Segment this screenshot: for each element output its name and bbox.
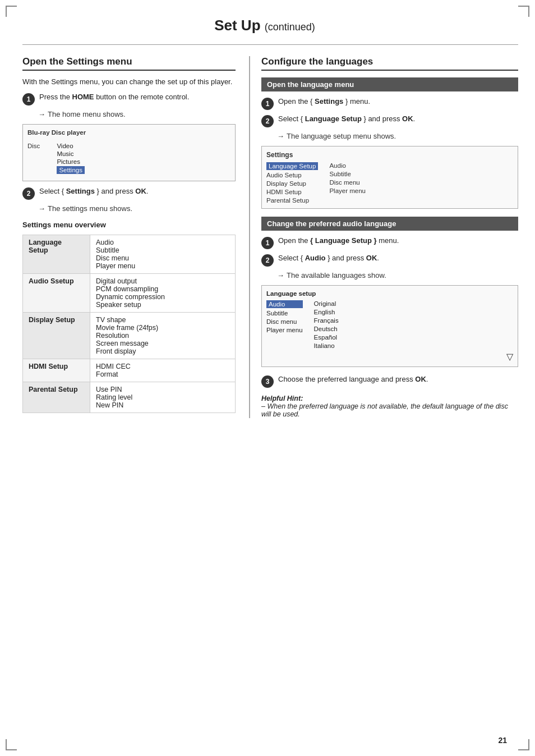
audio-label: Audio <box>305 254 326 262</box>
top-left-corner <box>6 6 17 17</box>
left-intro: With the Settings menu, you can change t… <box>22 77 236 86</box>
audio-step-1-number: 1 <box>261 237 274 249</box>
settings-menu-left: Language Setup Audio Setup Display Setup… <box>266 162 318 204</box>
bluray-title: Blu-ray Disc player <box>27 129 230 136</box>
right-step-2: 2 Select { Language Setup } and press OK… <box>261 114 518 127</box>
ok-label-3: OK <box>415 375 426 383</box>
table-cell-label: Audio Ssetup <box>23 274 90 313</box>
settings-menu-item-parental: Parental Setup <box>266 197 318 204</box>
audio-step-1: 1 Open the { Language Setup } menu. <box>261 236 518 249</box>
lang-setup-left: Audio Subtitle Disc menu Player menu <box>266 300 303 349</box>
table-cell-value: HDMI CECFormat <box>90 359 236 382</box>
lang-original: Original <box>314 300 339 307</box>
bluray-disc-item: Disc <box>27 143 40 174</box>
ok-label-2: OK <box>366 254 377 262</box>
ok-label-r: OK <box>402 114 413 123</box>
step-2-number: 2 <box>22 187 35 200</box>
table-row: HDMI Setup HDMI CECFormat <box>23 359 236 382</box>
bottom-left-corner <box>6 739 17 750</box>
home-button-label: HOME <box>72 93 94 101</box>
top-divider <box>22 44 518 45</box>
page-title: Set Up (continued) <box>22 17 518 34</box>
top-right-corner <box>518 6 529 17</box>
step-2-content: Select { Settings } and press OK. <box>39 187 236 195</box>
table-cell-label: LanguageSetup <box>23 235 90 274</box>
subsection1-heading: Open the language menu <box>261 77 518 91</box>
right-step-2-number: 2 <box>261 115 274 127</box>
title-main: Set Up <box>214 17 260 34</box>
two-column-layout: Open the Settings menu With the Settings… <box>22 56 518 418</box>
table-cell-value: TV shapeMovie frame (24fps)ResolutionScr… <box>90 313 236 359</box>
title-continued: (continued) <box>265 21 315 33</box>
table-row: Audio Ssetup Digital outputPCM downsampl… <box>23 274 236 313</box>
left-section-heading: Open the Settings menu <box>22 56 236 71</box>
lang-item-audio: Audio <box>266 300 303 308</box>
step-1-content: Press the HOME button on the remote cont… <box>39 93 236 101</box>
settings-overview-heading: Settings menu overview <box>22 221 236 229</box>
lang-deutsch: Deutsch <box>314 326 339 332</box>
step-2-result: The settings menu shows. <box>38 204 236 213</box>
table-cell-label: Parental Setup <box>23 382 90 413</box>
settings-menu-item-audio: Audio Setup <box>266 172 318 178</box>
language-setup-label: Language Setup <box>305 114 362 123</box>
right-step-2-content: Select { Language Setup } and press OK. <box>278 114 518 123</box>
settings-menu-audio: Audio <box>329 162 366 169</box>
lang-item-player: Player menu <box>266 327 303 333</box>
table-cell-value: Digital outputPCM downsamplingDynamic co… <box>90 274 236 313</box>
step-1-number: 1 <box>22 93 35 106</box>
table-cell-value: Use PINRating levelNew PIN <box>90 382 236 413</box>
audio-step-3-number: 3 <box>261 375 274 388</box>
table-cell-label: HDMI Setup <box>23 359 90 382</box>
language-setup-label-2: { Language Setup } <box>310 236 376 245</box>
bluray-video: Video <box>57 143 85 149</box>
settings-menu-screenshot: Settings Language Setup Audio Setup Disp… <box>261 146 518 209</box>
table-row: Display Setup TV shapeMovie frame (24fps… <box>23 313 236 359</box>
audio-step-2: 2 Select { Audio } and press OK. <box>261 254 518 267</box>
settings-menu-player: Player menu <box>329 187 366 194</box>
settings-menu-item-language: Language Setup <box>266 162 318 170</box>
right-step-1-content: Open the { Settings } menu. <box>278 97 518 106</box>
bluray-settings: Settings <box>57 166 85 174</box>
step-1: 1 Press the HOME button on the remote co… <box>22 93 236 106</box>
settings-table-body: LanguageSetup AudioSubtitleDisc menuPlay… <box>23 235 236 413</box>
step-1-result: The home menu shows. <box>38 110 236 118</box>
right-section-heading: Configure the languages <box>261 56 518 71</box>
settings-menu-right: Audio Subtitle Disc menu Player menu <box>329 162 366 204</box>
right-step-2-result: The language setup menu shows. <box>277 132 518 140</box>
lang-item-disc: Disc menu <box>266 318 303 325</box>
page-number: 21 <box>498 736 507 745</box>
bluray-screenshot: Blu-ray Disc player Disc Video Music Pic… <box>22 124 236 181</box>
right-column: Configure the languages Open the languag… <box>249 56 518 418</box>
lang-setup-title: Language setup <box>266 290 513 297</box>
lang-italiano: Italiano <box>314 342 339 349</box>
subsection2-heading: Change the preferred audio language <box>261 217 518 231</box>
settings-label-r1: Settings <box>315 97 343 106</box>
lang-setup-body: Audio Subtitle Disc menu Player menu Ori… <box>266 300 513 349</box>
table-row: Parental Setup Use PINRating levelNew PI… <box>23 382 236 413</box>
bottom-right-corner <box>518 739 529 750</box>
settings-table: LanguageSetup AudioSubtitleDisc menuPlay… <box>22 235 236 413</box>
table-cell-label: Display Setup <box>23 313 90 359</box>
settings-menu-subtitle: Subtitle <box>329 171 366 177</box>
audio-step-2-result: The available languages show. <box>277 271 518 280</box>
page-container: Set Up (continued) English Open the Sett… <box>0 0 535 756</box>
settings-menu-item-hdmi: HDMI Setup <box>266 189 318 195</box>
lang-english: English <box>314 309 339 315</box>
table-row: LanguageSetup AudioSubtitleDisc menuPlay… <box>23 235 236 274</box>
helpful-hint-title: Helpful Hint: <box>261 395 518 402</box>
bluray-pictures: Pictures <box>57 158 85 165</box>
helpful-hint-text: – When the preferred language is not ava… <box>261 402 518 418</box>
lang-setup-right: Original English Français Deutsch Españo… <box>314 300 339 349</box>
lang-item-subtitle: Subtitle <box>266 310 303 317</box>
right-step-1: 1 Open the { Settings } menu. <box>261 97 518 110</box>
lang-espanol: Español <box>314 334 339 341</box>
language-setup-screenshot: Language setup Audio Subtitle Disc menu … <box>261 285 518 367</box>
settings-menu-body: Language Setup Audio Setup Display Setup… <box>266 162 513 204</box>
lang-francais: Français <box>314 317 339 324</box>
settings-menu-title: Settings <box>266 151 513 159</box>
audio-step-2-number: 2 <box>261 254 274 267</box>
dropdown-arrow: ▽ <box>266 351 513 362</box>
bluray-music: Music <box>57 150 85 157</box>
subsection2-heading-text: Change the preferred audio language <box>267 219 396 228</box>
audio-step-2-content: Select { Audio } and press OK. <box>278 254 518 262</box>
